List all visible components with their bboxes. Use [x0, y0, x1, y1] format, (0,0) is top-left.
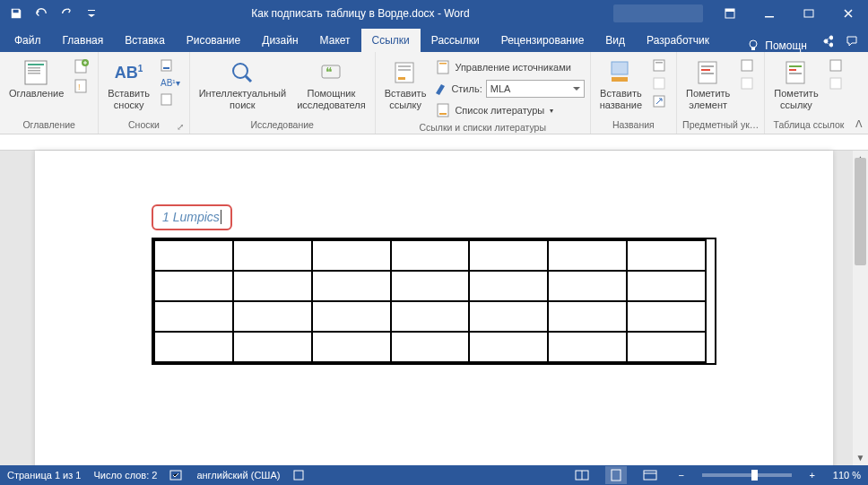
citation-style-select[interactable]: MLA — [486, 80, 585, 98]
tab-references[interactable]: Ссылки — [361, 29, 421, 52]
table-cell[interactable] — [469, 301, 548, 332]
table-cell[interactable] — [312, 240, 391, 271]
macro-record-icon[interactable] — [292, 469, 305, 481]
tab-developer[interactable]: Разработчик — [636, 29, 720, 52]
collapse-ribbon-button[interactable]: ᐱ — [855, 118, 863, 130]
mark-entry-button[interactable]: Пометить элемент — [682, 56, 733, 113]
manage-sources-button[interactable]: Управление источниками — [433, 57, 584, 77]
table-cell[interactable] — [312, 301, 391, 332]
next-footnote-button[interactable]: AB¹▾ — [157, 75, 184, 90]
zoom-out-button[interactable]: − — [673, 466, 690, 484]
update-toc-button[interactable]: ! — [71, 77, 92, 95]
tab-view[interactable]: Вид — [595, 29, 636, 52]
print-layout-button[interactable] — [605, 466, 627, 484]
tab-mailings[interactable]: Рассылки — [421, 29, 490, 52]
add-text-button[interactable] — [71, 57, 92, 75]
table-cell[interactable] — [627, 332, 706, 362]
qat-customize-button[interactable] — [81, 3, 102, 24]
tab-review[interactable]: Рецензирование — [490, 29, 595, 52]
undo-button[interactable] — [30, 3, 52, 24]
zoom-slider[interactable] — [702, 473, 792, 477]
language-status[interactable]: английский (США) — [196, 470, 280, 481]
zoom-level[interactable]: 110 % — [833, 470, 861, 481]
tab-design[interactable]: Дизайн — [251, 29, 308, 52]
user-account-area[interactable] — [613, 4, 703, 22]
scroll-down-arrow[interactable]: ▼ — [853, 450, 868, 465]
table-cell[interactable] — [391, 332, 470, 362]
tab-insert[interactable]: Вставка — [114, 29, 176, 52]
smart-lookup-button[interactable]: Интеллектуальный поиск — [195, 56, 290, 113]
update-authorities-button[interactable] — [826, 75, 847, 91]
page-number-status[interactable]: Страница 1 из 1 — [7, 470, 81, 481]
document-table[interactable] — [152, 238, 716, 365]
table-row[interactable] — [154, 240, 706, 271]
table-cell[interactable] — [154, 332, 233, 362]
table-cell[interactable] — [312, 332, 391, 362]
mark-citation-button[interactable]: Пометить ссылку — [770, 56, 821, 113]
insert-index-button[interactable] — [737, 57, 759, 74]
table-cell[interactable] — [233, 271, 312, 301]
table-cell[interactable] — [548, 332, 627, 362]
table-cell[interactable] — [154, 271, 233, 301]
web-layout-button[interactable] — [639, 466, 661, 484]
table-cell[interactable] — [469, 332, 548, 362]
tab-draw[interactable]: Рисование — [176, 29, 251, 52]
table-cell[interactable] — [469, 271, 548, 301]
tab-layout[interactable]: Макет — [309, 29, 361, 52]
table-cell[interactable] — [154, 301, 233, 332]
table-row[interactable] — [154, 301, 706, 332]
horizontal-ruler[interactable] — [0, 134, 868, 151]
read-mode-button[interactable] — [571, 466, 593, 484]
table-row[interactable] — [154, 271, 706, 301]
footnotes-launcher[interactable]: ⤢ — [177, 122, 184, 132]
show-notes-button[interactable] — [157, 91, 184, 108]
table-cell[interactable] — [391, 301, 470, 332]
word-count-status[interactable]: Число слов: 2 — [93, 470, 157, 481]
tab-file[interactable]: Файл — [4, 29, 52, 52]
update-table-button[interactable] — [649, 75, 671, 91]
table-caption[interactable]: 1 Lumpics — [152, 204, 232, 230]
update-index-button[interactable] — [737, 75, 759, 91]
insert-table-of-figures-button[interactable] — [649, 57, 671, 74]
toc-button[interactable]: Оглавление — [5, 56, 67, 101]
table-cell[interactable] — [627, 301, 706, 332]
table-cell[interactable] — [391, 271, 470, 301]
table-cell[interactable] — [233, 240, 312, 271]
save-button[interactable] — [5, 3, 27, 24]
table-cell[interactable] — [312, 271, 391, 301]
scrollbar-thumb[interactable] — [855, 158, 866, 265]
zoom-slider-thumb[interactable] — [751, 470, 758, 481]
table-cell[interactable] — [548, 240, 627, 271]
table-row[interactable] — [154, 332, 706, 362]
table-cell[interactable] — [627, 271, 706, 301]
tab-home[interactable]: Главная — [52, 29, 115, 52]
spellcheck-icon[interactable] — [169, 469, 184, 481]
table-cell[interactable] — [391, 240, 470, 271]
redo-button[interactable] — [56, 3, 77, 24]
insert-footnote-button[interactable]: AB1 Вставить сноску — [104, 56, 153, 113]
table-cell[interactable] — [548, 271, 627, 301]
table-cell[interactable] — [469, 240, 548, 271]
vertical-scrollbar[interactable]: ▲ ▼ — [853, 151, 868, 465]
zoom-in-button[interactable]: + — [804, 466, 820, 484]
insert-endnote-button[interactable] — [157, 57, 184, 74]
table-cell[interactable] — [154, 240, 233, 271]
ribbon-display-options-button[interactable] — [710, 0, 750, 27]
tell-me-help[interactable]: Помощн — [740, 39, 814, 52]
minimize-button[interactable] — [750, 0, 789, 27]
maximize-button[interactable] — [789, 0, 829, 27]
table-cell[interactable] — [233, 332, 312, 362]
table-cell[interactable] — [233, 301, 312, 332]
insert-authorities-button[interactable] — [826, 57, 847, 74]
bibliography-button[interactable]: Список литературы▾ — [433, 100, 584, 120]
share-button[interactable] — [814, 30, 839, 52]
comments-button[interactable] — [839, 30, 864, 52]
insert-caption-button[interactable]: Вставить название — [596, 56, 646, 113]
table-cell[interactable] — [548, 301, 627, 332]
close-button[interactable] — [829, 0, 868, 27]
researcher-button[interactable]: ❝ Помощник исследователя — [293, 56, 369, 113]
insert-citation-button[interactable]: Вставить ссылку — [381, 56, 430, 113]
page[interactable]: 1 Lumpics — [35, 151, 833, 465]
table-cell[interactable] — [627, 240, 706, 271]
cross-reference-button[interactable] — [649, 93, 671, 109]
